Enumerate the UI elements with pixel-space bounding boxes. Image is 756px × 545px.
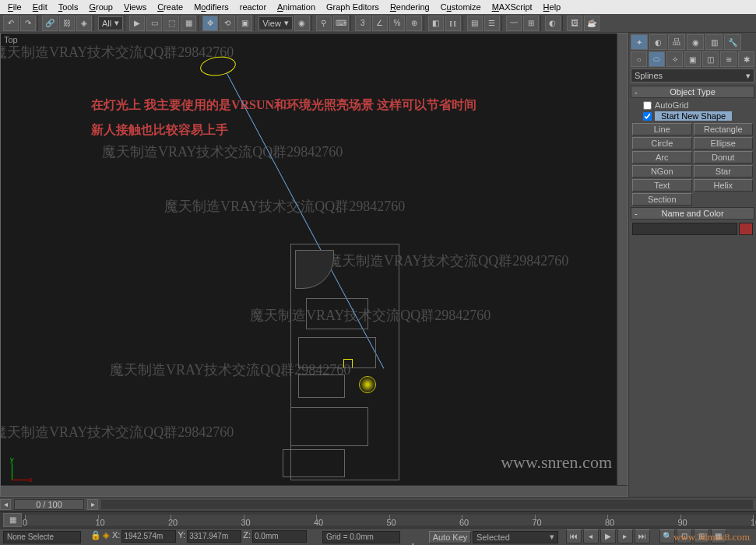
quick-render-button[interactable]: ☕ (584, 16, 600, 31)
status-bar: None Selecte Click and drag to select an… (0, 528, 756, 545)
time-next-button[interactable]: ▸ (87, 499, 98, 510)
play-button[interactable]: ▶ (600, 529, 616, 543)
menu-group[interactable]: Group (84, 2, 118, 12)
systems-cat[interactable]: ✱ (738, 51, 754, 67)
obj-section[interactable]: Section (632, 193, 692, 206)
trackbar-toggle[interactable]: ▦ (3, 513, 22, 527)
obj-star[interactable]: Star (694, 165, 754, 178)
object-color-swatch[interactable] (739, 223, 753, 235)
goto-end-button[interactable]: ⏭ (635, 529, 650, 543)
select-rotate-button[interactable]: ⟲ (220, 16, 235, 31)
selection-filter-dropdown[interactable]: All▾ (98, 16, 123, 30)
obj-rectangle[interactable]: Rectangle (694, 123, 754, 135)
schematic-button[interactable]: ⊞ (523, 16, 539, 31)
layers-button[interactable]: ☰ (484, 16, 500, 31)
modify-tab[interactable]: ◐ (649, 34, 666, 50)
select-move-button[interactable]: ✥ (202, 16, 218, 31)
manipulate-button[interactable]: ⚲ (316, 16, 332, 31)
menu-file[interactable]: File (3, 2, 26, 12)
autokey-button[interactable]: Auto Key (429, 531, 471, 543)
obj-line[interactable]: Line (632, 123, 692, 135)
select-button[interactable]: ▶ (129, 16, 145, 31)
motion-tab[interactable]: ◉ (687, 34, 704, 50)
autogrid-checkbox[interactable] (643, 101, 652, 110)
utilities-tab[interactable]: 🔧 (724, 34, 741, 50)
redo-button[interactable]: ↷ (20, 16, 36, 31)
time-track[interactable] (101, 500, 753, 509)
render-scene-button[interactable]: 🖼 (567, 16, 582, 31)
bind-button[interactable]: ◈ (76, 16, 92, 31)
category-dropdown[interactable]: Splines▾ (631, 69, 754, 83)
hierarchy-tab[interactable]: 品 (668, 34, 685, 50)
menu-customize[interactable]: Customize (436, 2, 486, 12)
object-name-input[interactable] (632, 223, 737, 235)
key-lock-icon[interactable]: 🗝 (411, 540, 420, 546)
select-scale-button[interactable]: ▣ (237, 16, 252, 31)
obj-ellipse[interactable]: Ellipse (694, 137, 754, 149)
viewport-scrollbar-v[interactable] (617, 33, 628, 496)
window-crossing-button[interactable]: ▦ (181, 16, 196, 31)
coord-mode-icon[interactable]: ◈ (103, 530, 109, 543)
ref-coord-dropdown[interactable]: View▾ (258, 16, 293, 30)
keymode-dropdown[interactable]: Selected▾ (473, 531, 558, 543)
time-slider[interactable]: 0 / 100 (14, 499, 84, 510)
select-region-button[interactable]: ⬚ (164, 16, 179, 31)
keyboard-button[interactable]: ⌨ (333, 16, 349, 31)
display-tab[interactable]: ▥ (705, 34, 723, 50)
ruler-track[interactable]: 0102030405060708090100 (25, 515, 753, 526)
object-type-rollout[interactable]: -Object Type (631, 86, 754, 98)
unlink-button[interactable]: ⛓ (59, 16, 75, 31)
menu-modifiers[interactable]: Modifiers (189, 2, 234, 12)
curve-editor-button[interactable]: 〰 (506, 16, 522, 31)
name-color-rollout[interactable]: -Name and Color (631, 207, 754, 220)
spinner-snap-button[interactable]: ⊕ (406, 16, 422, 31)
lock-icon[interactable]: 🔒 (90, 530, 101, 543)
align-button[interactable]: ▤ (467, 16, 483, 31)
named-selection-button[interactable]: ◧ (428, 16, 444, 31)
lights-cat[interactable]: ✧ (666, 51, 683, 67)
geometry-cat[interactable]: ○ (631, 51, 647, 67)
obj-donut[interactable]: Donut (694, 151, 754, 164)
watermark: 魔天制造VRAY技术交流QQ群29842760 (102, 142, 343, 161)
time-prev-button[interactable]: ◂ (0, 499, 11, 510)
menu-tools[interactable]: Tools (54, 2, 83, 12)
warps-cat[interactable]: ≋ (720, 51, 737, 67)
menu-views[interactable]: Views (119, 2, 151, 12)
obj-arc[interactable]: Arc (632, 151, 692, 164)
select-name-button[interactable]: ▭ (146, 16, 162, 31)
obj-ngon[interactable]: NGon (632, 165, 692, 178)
material-editor-button[interactable]: ◐ (545, 16, 561, 31)
menu-help[interactable]: Help (539, 2, 566, 12)
menu-edit[interactable]: Edit (28, 2, 52, 12)
pivot-button[interactable]: ◉ (294, 16, 310, 31)
mirror-button[interactable]: ⫿⫿ (445, 16, 461, 31)
menu-create[interactable]: Create (153, 2, 188, 12)
x-coord-input[interactable]: 1942.574m (121, 530, 176, 543)
create-tab[interactable]: ✦ (631, 34, 648, 50)
viewport-scrollbar-h[interactable] (1, 485, 628, 496)
cameras-cat[interactable]: ▣ (684, 51, 701, 67)
undo-button[interactable]: ↶ (3, 16, 19, 31)
next-frame-button[interactable]: ▸ (617, 529, 633, 543)
vrsun-gizmo[interactable] (199, 54, 237, 78)
menu-maxscript[interactable]: MAXScript (487, 2, 537, 12)
menu-animation[interactable]: Animation (273, 2, 320, 12)
shapes-cat[interactable]: ⬭ (649, 51, 665, 67)
viewport-top[interactable]: Top 魔天制造VRAY技术交流QQ群29842760 魔天制造VRAY技术交流… (0, 33, 628, 497)
obj-text[interactable]: Text (632, 179, 692, 192)
obj-circle[interactable]: Circle (632, 137, 692, 149)
prev-frame-button[interactable]: ◂ (583, 529, 599, 543)
menu-rendering[interactable]: Rendering (385, 2, 434, 12)
helpers-cat[interactable]: ◫ (702, 51, 719, 67)
obj-helix[interactable]: Helix (694, 179, 754, 192)
menu-grapheditors[interactable]: Graph Editors (322, 2, 384, 12)
z-coord-input[interactable]: 0.0mm (252, 530, 307, 543)
startshape-checkbox[interactable] (643, 112, 652, 121)
y-coord-input[interactable]: 3317.947m (187, 530, 241, 543)
goto-start-button[interactable]: ⏮ (566, 529, 582, 543)
menu-reactor[interactable]: reactor (235, 2, 271, 12)
percent-snap-button[interactable]: % (389, 16, 405, 31)
link-button[interactable]: 🔗 (42, 16, 58, 31)
snap-button[interactable]: 3 (355, 16, 371, 31)
angle-snap-button[interactable]: ∠ (372, 16, 388, 31)
